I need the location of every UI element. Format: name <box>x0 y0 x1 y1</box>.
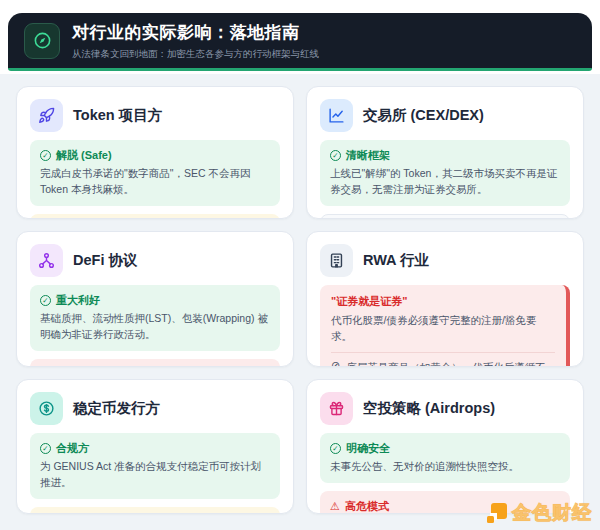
circle-slash-icon <box>331 360 340 368</box>
card-rwa-industry: RWA 行业 "证券就是证券" 代币化股票/债券必须遵守完整的注册/豁免要求。 … <box>306 231 584 367</box>
section-body: 上线已"解绑"的 Token，其二级市场买卖不再是证券交易，无需注册为证券交易所… <box>330 166 560 198</box>
page-subtitle: 从法律条文回到地面：加密生态各参与方的行动框架与红线 <box>72 48 319 61</box>
compass-icon <box>24 23 60 59</box>
card-title: RWA 行业 <box>363 251 429 270</box>
section-title-row: 明确安全 <box>330 441 560 456</box>
check-circle-icon <box>330 150 341 161</box>
safe-section: 解脱 (Safe) 完成白皮书承诺的"数字商品"，SEC 不会再因 Token … <box>30 140 280 206</box>
divider <box>331 352 555 353</box>
safe-section: 清晰框架 上线已"解绑"的 Token，其二级市场买卖不再是证券交易，无需注册为… <box>320 140 570 206</box>
page-title: 对行业的实际影响：落地指南 <box>72 21 319 44</box>
card-title: 空投策略 (Airdrops) <box>363 399 495 418</box>
card-title: 稳定币发行方 <box>73 399 160 418</box>
network-icon <box>30 244 63 277</box>
safe-section: 合规方 为 GENIUS Act 准备的合规支付稳定币可按计划推进。 <box>30 433 280 499</box>
highlight-note-row: 底层若是商品（如黄金），代币化后遵循不同监管路径。 <box>331 360 555 368</box>
card-header: Token 项目方 <box>30 99 280 132</box>
risk-section: 风险方 不合规、支付生息收益的稳定币仍面临被定性为证券的风险。 <box>30 507 280 515</box>
card-header: 空投策略 (Airdrops) <box>320 392 570 425</box>
risk-section: 风险 (Risk) 附带未来开发承诺的 ICO / Token Sale 仍需注… <box>30 214 280 220</box>
section-body: 基础质押、流动性质押(LST)、包装(Wrapping) 被明确为非证券行政活动… <box>40 311 270 343</box>
safe-section: 重大利好 基础质押、流动性质押(LST)、包装(Wrapping) 被明确为非证… <box>30 285 280 351</box>
section-body: 为 GENIUS Act 准备的合规支付稳定币可按计划推进。 <box>40 459 270 491</box>
highlight-section: "证券就是证券" 代币化股票/债券必须遵守完整的注册/豁免要求。 底层若是商品（… <box>320 285 570 367</box>
section-title-row: 高危模式 <box>330 499 560 514</box>
rocket-icon <box>30 99 63 132</box>
section-title-row: 解脱 (Safe) <box>40 148 270 163</box>
card-token-issuers: Token 项目方 解脱 (Safe) 完成白皮书承诺的"数字商品"，SEC 不… <box>16 86 294 219</box>
section-title: 清晰框架 <box>346 148 390 163</box>
card-exchanges: 交易所 (CEX/DEX) 清晰框架 上线已"解绑"的 Token，其二级市场买… <box>306 86 584 219</box>
card-header: DeFi 协议 <box>30 244 280 277</box>
section-title-row: 清晰框架 <box>330 148 560 163</box>
section-title: 高危模式 <box>345 499 389 514</box>
cards-grid: Token 项目方 解脱 (Safe) 完成白皮书承诺的"数字商品"，SEC 不… <box>16 86 584 514</box>
check-circle-icon <box>40 443 51 454</box>
card-title: DeFi 协议 <box>73 251 137 270</box>
card-header: 稳定币发行方 <box>30 392 280 425</box>
section-title: 合规方 <box>56 441 89 456</box>
section-body: 完成白皮书承诺的"数字商品"，SEC 不会再因 Token 本身找麻烦。 <box>40 166 270 198</box>
check-circle-icon <box>330 443 341 454</box>
card-header: 交易所 (CEX/DEX) <box>320 99 570 132</box>
card-title: 交易所 (CEX/DEX) <box>363 106 484 125</box>
highlight-note: 底层若是商品（如黄金），代币化后遵循不同监管路径。 <box>346 360 555 368</box>
section-title-row: 合规方 <box>40 441 270 456</box>
check-circle-icon <box>40 150 51 161</box>
card-stablecoin-issuers: 稳定币发行方 合规方 为 GENIUS Act 准备的合规支付稳定币可按计划推进… <box>16 379 294 514</box>
check-circle-icon <box>40 295 51 306</box>
section-title-row: 重大利好 <box>40 293 270 308</box>
line-chart-icon <box>320 99 353 132</box>
safe-section: 明确安全 未事先公告、无对价的追溯性快照空投。 <box>320 433 570 483</box>
section-title: 重大利好 <box>56 293 100 308</box>
gift-icon <box>320 392 353 425</box>
warning-icon <box>330 501 340 512</box>
section-body: 未事先公告、无对价的追溯性快照空投。 <box>330 459 560 475</box>
card-title: Token 项目方 <box>73 106 162 125</box>
building-icon <box>320 244 353 277</box>
highlight-title: "证券就是证券" <box>331 294 555 309</box>
danger-section: 越界红线 自行决定质押策略（何时/多少）或保证固定收益，即落入证券管辖。 <box>30 359 280 368</box>
section-title-row: 越界红线 <box>40 367 270 368</box>
section-title: 越界红线 <box>55 367 99 368</box>
danger-section: 高危模式 "做任务换空投"可能构成证券交易，因接收者执行任务属于提供了"对价"服… <box>320 491 570 514</box>
card-header: RWA 行业 <box>320 244 570 277</box>
note-section: 注意事项 判断是否解绑，仍需做 Case-by-case 的法律分析。 <box>320 214 570 220</box>
section-title: 解脱 (Safe) <box>56 148 112 163</box>
section-title: 明确安全 <box>346 441 390 456</box>
card-airdrops: 空投策略 (Airdrops) 明确安全 未事先公告、无对价的追溯性快照空投。 … <box>306 379 584 514</box>
content-area: Token 项目方 解脱 (Safe) 完成白皮书承诺的"数字商品"，SEC 不… <box>0 74 600 530</box>
card-defi-protocols: DeFi 协议 重大利好 基础质押、流动性质押(LST)、包装(Wrapping… <box>16 231 294 367</box>
highlight-body: 代币化股票/债券必须遵守完整的注册/豁免要求。 <box>331 313 555 345</box>
header-bar: 对行业的实际影响：落地指南 从法律条文回到地面：加密生态各参与方的行动框架与红线 <box>8 13 592 71</box>
header-text: 对行业的实际影响：落地指南 从法律条文回到地面：加密生态各参与方的行动框架与红线 <box>72 21 319 61</box>
dollar-coin-icon <box>30 392 63 425</box>
